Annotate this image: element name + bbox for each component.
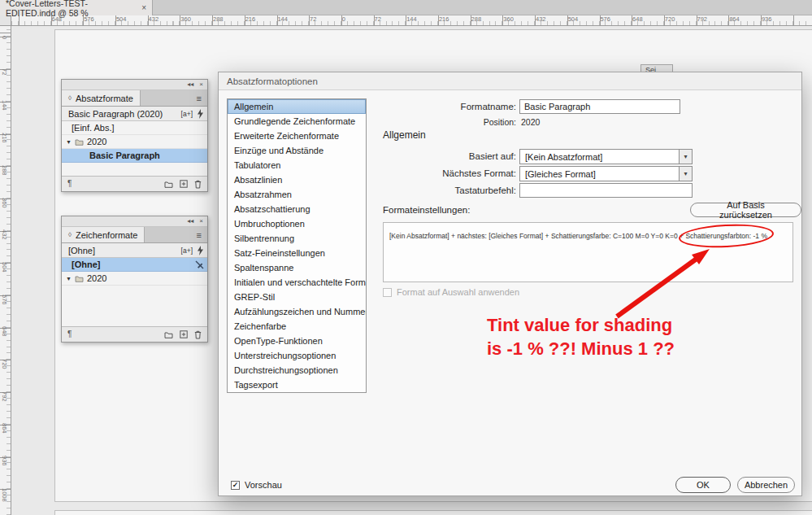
dialog-sidebar-item[interactable]: Einzüge und Abstände	[228, 143, 366, 158]
current-style-row[interactable]: [Ohne] [a+]	[62, 243, 207, 258]
tab-absatzformate[interactable]: ◊ Absatzformate	[62, 90, 141, 106]
document-tab[interactable]: *Cover-Letters-TEST-EDITED.indd @ 58 % ×	[0, 0, 153, 15]
next-style-value: [Gleiches Format]	[520, 167, 679, 181]
ruler-number: 144	[406, 15, 417, 23]
panel-cycle-icon: ◊	[68, 94, 72, 102]
dialog-sidebar-item[interactable]: Tabulatoren	[228, 158, 366, 172]
style-group-row[interactable]: ▼ 2020	[62, 135, 207, 149]
panel-footer: ¶	[62, 326, 207, 342]
next-style-label: Nächstes Format:	[373, 168, 516, 178]
delete-style-icon[interactable]	[194, 330, 202, 339]
redefine-style-icon[interactable]	[197, 246, 204, 255]
collapse-panel-icon[interactable]: ◂◂	[187, 218, 193, 225]
styles-list-empty-area	[62, 163, 207, 176]
character-styles-panel: ◂◂ × ◊ Zeichenformate ≡ [Ohne] [a+] [Ohn…	[61, 216, 208, 343]
annotation-line-2: is -1 % ??! Minus 1 ??	[487, 337, 731, 360]
cancel-button[interactable]: Abbrechen	[737, 477, 795, 493]
ruler-number: 720	[1, 359, 8, 369]
based-on-label: Basiert auf:	[373, 151, 516, 161]
dialog-sidebar-item[interactable]: Tagsexport	[228, 378, 366, 392]
dialog-sidebar-item[interactable]: Satz-Feineinstellungen	[228, 246, 366, 260]
preview-label: Vorschau	[245, 480, 282, 490]
current-style-name: [Ohne]	[68, 246, 95, 255]
dialog-sidebar-item[interactable]: Absatzlinien	[228, 172, 366, 187]
based-on-dropdown[interactable]: [Kein Absatzformat] ▾	[519, 149, 693, 164]
preview-checkbox[interactable]: ✓	[231, 481, 240, 490]
dialog-sidebar-item[interactable]: Umbruchoptionen	[228, 216, 366, 231]
dialog-sidebar-item[interactable]: GREP-Stil	[228, 290, 366, 304]
panel-top-bar: ◂◂ ×	[62, 80, 207, 90]
ruler-number: 216	[245, 15, 256, 23]
dialog-sidebar-item[interactable]: Spaltenspanne	[228, 260, 366, 275]
dialog-sidebar-item[interactable]: Unterstreichungsoptionen	[228, 348, 366, 363]
style-row-basic-paragraph[interactable]: [Einf. Abs.]	[62, 121, 207, 135]
ruler-number: 360	[1, 198, 8, 208]
ruler-number: 432	[149, 15, 159, 23]
ruler-number: 792	[1, 391, 8, 402]
ruler-number: 360	[180, 15, 191, 23]
ruler-number: 0	[1, 36, 8, 39]
document-tab-bar: *Cover-Letters-TEST-EDITED.indd @ 58 % ×	[0, 0, 812, 15]
ruler-number: 504	[568, 15, 579, 23]
chevron-down-icon[interactable]: ▼	[66, 276, 72, 282]
ruler-number: 576	[600, 15, 610, 23]
dialog-sidebar-item[interactable]: Durchstreichungsoptionen	[228, 363, 366, 378]
style-settings-label: Formateinstellungen:	[383, 205, 470, 215]
folder-icon	[75, 138, 84, 146]
position-value: 2020	[521, 117, 540, 127]
dialog-titlebar[interactable]: Absatzformatoptionen	[219, 72, 801, 90]
new-style-group-icon[interactable]	[164, 331, 173, 338]
ruler-number: 216	[1, 133, 8, 143]
dialog-sidebar-item[interactable]: Initialen und verschachtelte Formate	[228, 275, 366, 290]
delete-style-icon[interactable]	[194, 180, 202, 189]
ruler-number: 144	[1, 100, 8, 111]
dialog-sidebar-item[interactable]: Erweiterte Zeichenformate	[228, 129, 366, 143]
reset-to-base-button[interactable]: Auf Basis zurücksetzen	[690, 203, 801, 217]
dialog-sidebar-item[interactable]: Absatzschattierung	[228, 202, 366, 216]
override-highlighter-icon[interactable]: [a+]	[181, 110, 193, 118]
new-style-group-icon[interactable]	[164, 181, 173, 188]
override-highlighter-icon[interactable]: [a+]	[181, 247, 193, 255]
new-style-icon[interactable]	[180, 180, 188, 188]
apply-to-selection-checkbox[interactable]	[383, 288, 392, 297]
chevron-down-icon[interactable]: ▼	[66, 139, 72, 145]
vertical-ruler[interactable]: 0721442162883604325045766487207928649361…	[0, 26, 11, 515]
dialog-sidebar-item[interactable]: Aufzählungszeichen und Nummerierung	[228, 304, 366, 319]
panel-footer: ¶	[62, 176, 207, 191]
dialog-sidebar-item[interactable]: Absatzrahmen	[228, 187, 366, 202]
style-settings-circled-text: Schattierungsfarbton: -1 %	[685, 232, 767, 240]
dialog-sidebar-item[interactable]: Allgemein	[228, 99, 366, 114]
panel-menu-icon[interactable]: ≡	[191, 227, 207, 242]
ruler-number: 288	[1, 165, 8, 176]
style-row-selected[interactable]: [Ohne]	[62, 258, 207, 272]
redefine-style-icon[interactable]	[197, 109, 204, 119]
ok-button[interactable]: OK	[675, 477, 731, 493]
ruler-number: 72	[1, 68, 8, 75]
selected-style-name: Basic Paragraph	[89, 151, 160, 160]
tab-zeichenformate[interactable]: ◊ Zeichenformate	[62, 227, 145, 242]
dialog-sidebar-item[interactable]: OpenType-Funktionen	[228, 334, 366, 348]
format-name-input[interactable]	[519, 99, 680, 114]
close-panel-icon[interactable]: ×	[199, 81, 203, 88]
dialog-sidebar-item[interactable]: Grundlegende Zeichenformate	[228, 114, 366, 129]
current-style-row[interactable]: Basic Paragraph (2020) [a+]	[62, 107, 207, 121]
close-document-icon[interactable]: ×	[141, 3, 146, 12]
new-style-icon[interactable]	[180, 330, 188, 338]
ruler-number: 936	[762, 15, 772, 23]
collapse-panel-icon[interactable]: ◂◂	[187, 81, 193, 88]
next-style-dropdown[interactable]: [Gleiches Format] ▾	[519, 166, 693, 181]
close-panel-icon[interactable]: ×	[199, 218, 203, 225]
dialog-sidebar-item[interactable]: Silbentrennung	[228, 231, 366, 246]
style-group-row[interactable]: ▼ 2020	[62, 272, 207, 286]
ruler-number: 648	[632, 15, 643, 23]
clear-overrides-icon[interactable]: ¶	[67, 180, 72, 188]
chevron-down-icon: ▾	[679, 150, 692, 164]
style-row-selected[interactable]: Basic Paragraph	[62, 149, 207, 163]
dialog-sidebar: AllgemeinGrundlegende ZeichenformateErwe…	[227, 98, 367, 393]
ruler-number: 72	[375, 15, 381, 23]
apply-to-selection-row: Format auf Auswahl anwenden	[383, 287, 519, 297]
clear-overrides-icon[interactable]: ¶	[67, 330, 72, 338]
panel-menu-icon[interactable]: ≡	[191, 90, 207, 106]
shortcut-input[interactable]	[519, 183, 693, 198]
dialog-sidebar-item[interactable]: Zeichenfarbe	[228, 319, 366, 334]
